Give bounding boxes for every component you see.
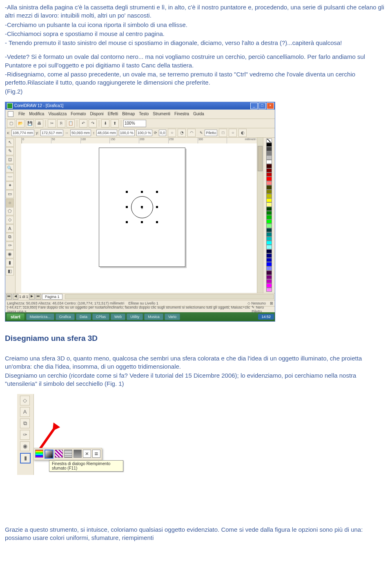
resize-handle[interactable]: [156, 206, 158, 208]
color-swatch[interactable]: [266, 181, 272, 185]
color-swatch[interactable]: [266, 211, 272, 215]
color-swatch[interactable]: [266, 237, 272, 241]
taskbar-item[interactable]: Musica: [144, 313, 163, 320]
copy-icon[interactable]: ⎘: [57, 119, 65, 128]
y-field[interactable]: 172,517 mm: [40, 130, 63, 136]
blend-tool-icon[interactable]: ⧉: [20, 419, 30, 428]
menu-item[interactable]: Finestra: [174, 112, 189, 116]
new-icon[interactable]: ▢: [7, 119, 15, 128]
color-swatch[interactable]: [266, 245, 272, 249]
color-swatch[interactable]: [266, 160, 272, 164]
maximize-button[interactable]: □: [258, 103, 266, 109]
opt-icon[interactable]: □: [219, 129, 227, 137]
taskbar-item[interactable]: Data: [76, 313, 91, 320]
last-page-button[interactable]: ⏭: [36, 294, 41, 300]
arc-mode-icon[interactable]: ◠: [187, 129, 196, 137]
color-swatch[interactable]: [266, 177, 272, 181]
color-swatch[interactable]: [266, 275, 272, 279]
color-swatch[interactable]: [266, 164, 272, 168]
color-swatch[interactable]: [266, 249, 272, 253]
color-swatch[interactable]: [266, 241, 272, 245]
color-swatch[interactable]: [266, 271, 272, 275]
color-swatch[interactable]: [266, 143, 272, 147]
outline-field[interactable]: Piletto: [205, 130, 217, 136]
canvas[interactable]: ×: [21, 143, 257, 293]
ellipse-tool-icon[interactable]: ○: [6, 199, 14, 207]
menu-item[interactable]: Strumenti: [153, 112, 170, 116]
first-page-button[interactable]: ⏮: [6, 294, 12, 300]
width-field[interactable]: 50,093 mm: [70, 130, 91, 136]
color-swatch[interactable]: [266, 232, 272, 236]
menu-item[interactable]: Formato: [71, 112, 86, 116]
paste-icon[interactable]: 📋: [67, 119, 75, 128]
cut-icon[interactable]: ✂: [48, 119, 56, 128]
fill-tool-icon[interactable]: ▮: [6, 259, 14, 267]
import-icon[interactable]: ⬇: [101, 119, 109, 128]
print-icon[interactable]: 🖶: [35, 119, 43, 128]
menu-item[interactable]: Bitmap: [122, 112, 135, 116]
interactive-fill-icon[interactable]: ◧: [6, 267, 14, 275]
menu-item[interactable]: Testo: [139, 112, 149, 116]
color-swatch[interactable]: [266, 215, 272, 219]
scale-x-field[interactable]: 100,0 %: [119, 130, 135, 136]
open-icon[interactable]: 📂: [16, 119, 24, 128]
zoom-field[interactable]: 100%: [123, 120, 146, 127]
color-swatch[interactable]: [266, 253, 272, 257]
close-button[interactable]: ×: [267, 103, 274, 109]
eyedropper-tool-icon[interactable]: ✑: [20, 430, 30, 440]
color-swatch[interactable]: [266, 194, 272, 198]
undo-icon[interactable]: ↶: [79, 119, 87, 128]
resize-handle[interactable]: [156, 221, 158, 223]
color-swatch[interactable]: [266, 151, 272, 155]
taskbar-item[interactable]: CPlas: [92, 313, 109, 320]
ellipse-mode-icon[interactable]: ○: [168, 129, 176, 137]
outline-tool-icon[interactable]: ◉: [6, 250, 14, 258]
fill-tool-icon[interactable]: ▮: [20, 453, 31, 463]
taskbar-item[interactable]: Masterizza...: [26, 313, 54, 320]
fountain-fill-icon[interactable]: [45, 450, 53, 459]
color-swatch[interactable]: [266, 224, 272, 228]
color-swatch[interactable]: [266, 147, 272, 151]
zoom-tool-icon[interactable]: 🔍: [6, 164, 14, 172]
uniform-fill-icon[interactable]: [35, 450, 43, 458]
opt-icon[interactable]: ◐: [238, 129, 247, 137]
menu-item[interactable]: Effetti: [108, 112, 118, 116]
menu-item[interactable]: Visualizza: [48, 112, 67, 116]
color-swatch[interactable]: [266, 228, 272, 232]
redo-icon[interactable]: ↷: [89, 119, 97, 128]
outline-tool-icon[interactable]: ◉: [20, 441, 30, 451]
resize-handle[interactable]: [141, 221, 143, 223]
polygon-tool-icon[interactable]: ⬠: [6, 207, 14, 215]
taskbar-item[interactable]: Vario: [165, 313, 180, 320]
fill-dialog-icon[interactable]: ≡: [92, 450, 100, 458]
resize-handle[interactable]: [156, 191, 158, 193]
menu-item[interactable]: File: [18, 112, 25, 116]
next-page-button[interactable]: ▶: [29, 294, 35, 300]
pie-mode-icon[interactable]: ◔: [178, 129, 186, 137]
color-swatch[interactable]: [266, 198, 272, 202]
color-swatch[interactable]: [266, 283, 272, 287]
color-swatch[interactable]: [266, 202, 272, 206]
horizontal-scrollbar[interactable]: [65, 294, 274, 299]
shape-tool-icon[interactable]: ✎: [6, 147, 14, 155]
resize-handle[interactable]: [126, 221, 128, 223]
rectangle-tool-icon[interactable]: ▭: [6, 190, 14, 198]
taskbar-item[interactable]: Utility: [127, 313, 143, 320]
eyedropper-tool-icon[interactable]: ✑: [6, 242, 14, 250]
color-swatch[interactable]: [266, 172, 272, 177]
text-tool-icon[interactable]: A: [6, 224, 14, 233]
color-swatch[interactable]: [266, 258, 272, 262]
menu-item[interactable]: Modifica: [29, 112, 44, 116]
page-tab[interactable]: Pagina 1: [42, 294, 62, 300]
resize-handle[interactable]: [141, 191, 143, 193]
taskbar-item[interactable]: Web: [111, 313, 125, 320]
pick-tool-icon[interactable]: ↖: [6, 139, 14, 147]
color-swatch[interactable]: [266, 185, 272, 189]
resize-handle[interactable]: [126, 191, 128, 193]
pattern-fill-icon[interactable]: [55, 450, 63, 458]
minimize-button[interactable]: _: [250, 103, 258, 109]
start-button[interactable]: start: [6, 313, 25, 320]
opt-icon[interactable]: ○: [229, 129, 237, 137]
rotation-field[interactable]: 0,0: [159, 130, 167, 136]
scale-y-field[interactable]: 100,0 %: [136, 130, 152, 136]
